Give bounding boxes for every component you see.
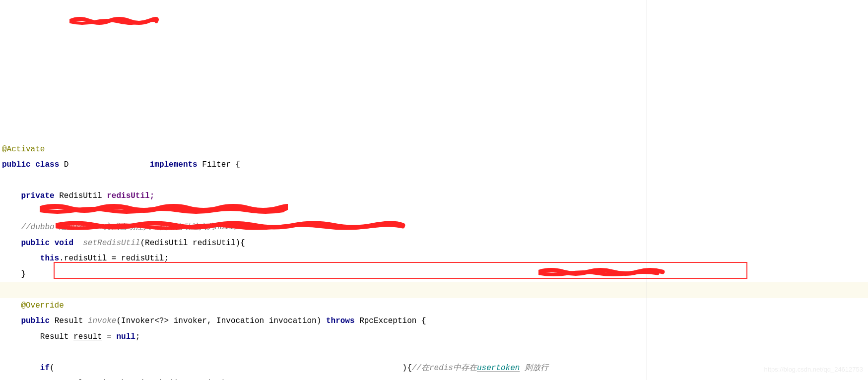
annotation-override: @Override [21,301,64,310]
comment-setter: //dubbo 通过setter方式自动注入，使用自动注入为null。 [21,223,242,232]
keyword-private: private [21,191,54,200]
brace: { [231,160,240,169]
keyword-public: public [2,160,31,169]
comment-usertoken: usertoken [477,364,520,373]
keyword-public: public [21,317,50,325]
var-result: result [73,332,102,341]
highlight-box [54,262,747,279]
eq: = [102,332,117,341]
close-brace: } [21,270,26,279]
code-editor[interactable]: @Activate public class D implements Filt… [0,125,868,380]
params: (RedisUtil redisUtil){ [140,239,245,248]
keyword-throws: throws [326,317,355,325]
invoke-params: (Invoker<?> invoker, Invocation invocati… [116,317,326,325]
filter-type: Filter [202,160,231,169]
comment-redis: //在redis中存在 [412,364,477,373]
field-redisutil: redisUtil; [102,191,155,200]
class-name-start: D [59,160,68,169]
method-invoke: invoke [88,317,117,325]
annotation: @Activate [2,145,45,154]
keyword-class: class [35,160,59,169]
type-result: Result [55,317,83,325]
rpc-exception: RpcException { [355,317,426,325]
keyword-if: if [40,364,50,373]
keyword-implements: implements [150,160,198,169]
type-result: Result [40,332,69,341]
watermark: https://blog.csdn.net/qq_24612753 [764,362,864,378]
if-close: ){ [402,364,412,373]
semi: ; [135,332,140,341]
keyword-public: public [21,239,50,248]
comment-redis2: 则放行 [520,364,548,373]
type-redisutil: RedisUtil [59,191,102,200]
if-open: ( [50,364,55,373]
keyword-null: null [116,332,135,341]
keyword-void: void [55,239,73,248]
method-setredisutil: setRedisUtil [83,239,140,248]
redaction-scribble-icon [69,16,159,26]
